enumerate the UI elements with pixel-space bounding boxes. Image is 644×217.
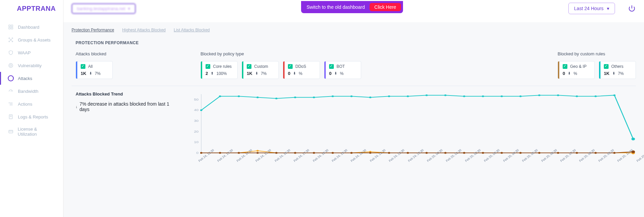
click-here-button[interactable]: Click Here [370,3,401,11]
x-tick-label: Feb 24, 19:30 [331,160,333,163]
x-tick-label: Feb 25, 05:30 [521,160,524,163]
svg-rect-13 [10,79,11,79]
svg-text:20: 20 [194,130,199,133]
arrow-down-icon: ⬇ [568,71,571,76]
check-icon [563,64,567,69]
sidebar-item-logs-reports[interactable]: Logs & Reports [0,110,63,123]
topbar: banking.testapptrana.net ▾ Switch to the… [63,0,644,22]
sidebar-item-actions[interactable]: Actions [0,98,63,110]
svg-point-84 [313,152,315,154]
svg-rect-2 [9,27,10,29]
x-tick-label: Feb 24, 17:30 [293,160,295,163]
power-icon[interactable] [628,4,636,12]
sidebar-item-license-utilization[interactable]: License & Utilization [0,123,63,140]
svg-point-51 [594,96,597,97]
stat-card-geo-ip[interactable]: Geo & IP 0⬇% [558,61,595,79]
list-icon [8,101,14,107]
timerange-selector[interactable]: Last 24 Hours ▾ [568,3,615,14]
nav: DashboardGroups & AssetsWAAPVulnerabilit… [0,21,63,140]
arrow-down-icon: ⬇ [255,71,258,76]
svg-rect-1 [11,25,13,27]
x-tick-label: Feb 25, 07:30 [560,160,562,163]
svg-point-39 [369,97,372,98]
stat-card-others[interactable]: Others 1K⬇7% [599,61,636,79]
sidebar-item-label: Dashboard [18,25,39,30]
svg-point-7 [9,41,10,42]
svg-point-38 [350,96,353,97]
alert-icon [8,75,14,81]
switch-banner-text: Switch to the old dashboard [306,4,365,10]
svg-point-88 [388,152,390,154]
svg-text:30: 30 [194,119,199,123]
card-value: 0 [288,71,290,76]
svg-point-42 [426,94,428,96]
card-value: 0 [563,71,565,76]
sidebar: APPTRANA DashboardGroups & AssetsWAAPVul… [0,0,63,217]
card-value: 2 [206,71,208,76]
subtabs: Protection PerformanceHighest Attacks Bl… [72,28,636,32]
stat-card-ddos[interactable]: DDoS 0⬇% [283,61,320,79]
sidebar-item-attacks[interactable]: Attacks [0,72,63,85]
card-label: BOT [337,64,345,69]
dashboard-icon [8,24,14,30]
check-icon [247,64,251,69]
sidebar-item-bandwidth[interactable]: Bandwidth [0,85,63,98]
card-pct: 7% [618,71,624,76]
site-selector[interactable]: banking.testapptrana.net ▾ [72,3,136,14]
card-value: 0 [329,71,331,76]
sidebar-item-label: Logs & Reports [18,114,48,119]
stat-card-custom[interactable]: Custom 1K⬇7% [242,61,279,79]
sidebar-item-label: Groups & Assets [18,37,51,43]
sidebar-item-label: Vulnerability [18,63,42,68]
svg-point-98 [576,152,578,154]
tab-highest-attacks-blocked[interactable]: Highest Attacks Blocked [122,28,166,32]
svg-point-100 [613,152,616,154]
check-icon [288,64,293,69]
svg-rect-21 [9,130,13,133]
x-tick-label: Feb 24, 18:30 [312,160,314,163]
trend-title: Attacks Blocked Trend [76,91,180,97]
tab-protection-performance[interactable]: Protection Performance [72,28,114,32]
switch-banner: Switch to the old dashboard Click Here [301,1,403,13]
x-tick-label: Feb 25, 09:30 [598,160,600,163]
svg-point-32 [238,96,240,97]
target-icon [8,62,14,69]
svg-point-30 [200,109,203,111]
card-label: Others [611,64,623,69]
svg-point-4 [10,39,11,40]
brand-logo: APPTRANA [0,0,63,21]
svg-point-10 [10,64,11,66]
card-label: DDoS [295,64,306,69]
stat-card-core-rules[interactable]: Core rules 2⬆100% [200,61,238,79]
sidebar-item-vulnerability[interactable]: Vulnerability [0,59,63,72]
sidebar-item-groups-assets[interactable]: Groups & Assets [0,33,63,46]
stat-card-all[interactable]: All 1K⬇7% [76,61,113,79]
x-tick-label: Feb 25, 11:30 [636,160,638,163]
sidebar-item-dashboard[interactable]: Dashboard [0,21,63,33]
svg-point-85 [331,152,334,154]
arrow-down-icon: ⬇ [334,71,337,76]
svg-point-46 [501,96,503,97]
svg-point-91 [444,152,447,154]
gauge-icon [8,88,14,94]
svg-point-78 [200,152,203,154]
check-icon [604,64,609,69]
content: Protection PerformanceHighest Attacks Bl… [63,22,644,217]
card-pct: 7% [95,71,101,76]
arrow-down-icon: ⬇ [293,71,296,76]
svg-point-93 [482,152,484,154]
sidebar-item-label: License & Utilization [18,127,56,137]
stat-card-bot[interactable]: BOT 0⬇% [324,61,361,79]
svg-point-97 [557,152,559,154]
svg-text:50: 50 [194,98,199,101]
check-icon [81,64,85,69]
x-tick-label: Feb 24, 13:30 [217,160,219,163]
svg-rect-0 [9,25,10,27]
svg-point-45 [482,96,484,97]
x-tick-label: Feb 25, 03:30 [483,160,485,163]
svg-point-53 [632,138,635,140]
svg-point-50 [576,96,578,97]
arrow-down-icon: ⬇ [89,71,92,76]
sidebar-item-waap[interactable]: WAAP [0,46,63,59]
tab-list-attacks-blocked[interactable]: List Attacks Blocked [174,28,210,32]
